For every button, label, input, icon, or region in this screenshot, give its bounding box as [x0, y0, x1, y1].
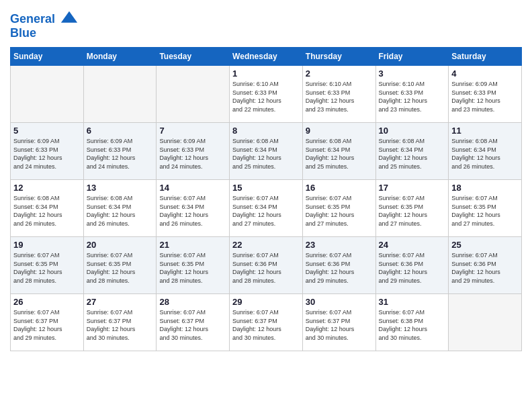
- day-info: Sunrise: 6:08 AM Sunset: 6:34 PM Dayligh…: [306, 137, 373, 171]
- day-number: 22: [232, 240, 300, 250]
- calendar-cell: 15Sunrise: 6:07 AM Sunset: 6:34 PM Dayli…: [230, 180, 303, 237]
- day-info: Sunrise: 6:10 AM Sunset: 6:33 PM Dayligh…: [232, 80, 300, 113]
- day-number: 24: [379, 240, 446, 250]
- day-number: 18: [451, 183, 519, 193]
- day-info: Sunrise: 6:09 AM Sunset: 6:33 PM Dayligh…: [87, 137, 154, 171]
- calendar-cell: 4Sunrise: 6:09 AM Sunset: 6:33 PM Daylig…: [449, 66, 522, 123]
- calendar-week-row: 26Sunrise: 6:07 AM Sunset: 6:37 PM Dayli…: [11, 294, 522, 351]
- day-info: Sunrise: 6:08 AM Sunset: 6:34 PM Dayligh…: [379, 137, 446, 171]
- day-info: Sunrise: 6:08 AM Sunset: 6:34 PM Dayligh…: [87, 194, 154, 228]
- day-number: 29: [232, 297, 300, 307]
- day-info: Sunrise: 6:07 AM Sunset: 6:34 PM Dayligh…: [159, 194, 226, 228]
- day-number: 21: [159, 240, 226, 250]
- day-info: Sunrise: 6:08 AM Sunset: 6:34 PM Dayligh…: [451, 137, 519, 171]
- calendar-cell: 27Sunrise: 6:07 AM Sunset: 6:37 PM Dayli…: [83, 294, 157, 351]
- calendar-cell: 17Sunrise: 6:07 AM Sunset: 6:35 PM Dayli…: [375, 180, 449, 237]
- day-number: 1: [232, 68, 300, 79]
- calendar-cell: 23Sunrise: 6:07 AM Sunset: 6:36 PM Dayli…: [302, 237, 375, 294]
- calendar-week-row: 1Sunrise: 6:10 AM Sunset: 6:33 PM Daylig…: [11, 66, 522, 123]
- calendar-cell: 25Sunrise: 6:07 AM Sunset: 6:36 PM Dayli…: [449, 237, 522, 294]
- weekday-header-wednesday: Wednesday: [230, 48, 303, 66]
- calendar-cell: [449, 294, 522, 351]
- day-number: 3: [379, 68, 446, 79]
- calendar-cell: 22Sunrise: 6:07 AM Sunset: 6:36 PM Dayli…: [230, 237, 303, 294]
- day-info: Sunrise: 6:07 AM Sunset: 6:37 PM Dayligh…: [306, 308, 373, 342]
- calendar-cell: 2Sunrise: 6:10 AM Sunset: 6:33 PM Daylig…: [302, 66, 375, 123]
- day-number: 19: [13, 240, 81, 250]
- calendar-cell: 11Sunrise: 6:08 AM Sunset: 6:34 PM Dayli…: [449, 123, 522, 180]
- day-number: 31: [379, 297, 446, 307]
- day-info: Sunrise: 6:07 AM Sunset: 6:37 PM Dayligh…: [13, 308, 81, 342]
- logo: General Blue: [10, 10, 79, 40]
- page-header: General Blue: [10, 10, 522, 40]
- calendar-cell: 6Sunrise: 6:09 AM Sunset: 6:33 PM Daylig…: [83, 123, 157, 180]
- day-number: 10: [379, 126, 446, 136]
- day-number: 6: [87, 126, 154, 136]
- day-info: Sunrise: 6:10 AM Sunset: 6:33 PM Dayligh…: [379, 80, 446, 113]
- calendar-cell: 9Sunrise: 6:08 AM Sunset: 6:34 PM Daylig…: [302, 123, 375, 180]
- calendar-cell: 13Sunrise: 6:08 AM Sunset: 6:34 PM Dayli…: [83, 180, 157, 237]
- day-info: Sunrise: 6:09 AM Sunset: 6:33 PM Dayligh…: [451, 80, 519, 113]
- calendar-week-row: 5Sunrise: 6:09 AM Sunset: 6:33 PM Daylig…: [11, 123, 522, 180]
- calendar-cell: 5Sunrise: 6:09 AM Sunset: 6:33 PM Daylig…: [11, 123, 84, 180]
- day-info: Sunrise: 6:09 AM Sunset: 6:33 PM Dayligh…: [159, 137, 226, 171]
- day-number: 26: [13, 297, 81, 307]
- calendar-cell: 31Sunrise: 6:07 AM Sunset: 6:38 PM Dayli…: [375, 294, 449, 351]
- day-info: Sunrise: 6:08 AM Sunset: 6:34 PM Dayligh…: [232, 137, 300, 171]
- calendar-cell: 28Sunrise: 6:07 AM Sunset: 6:37 PM Dayli…: [157, 294, 230, 351]
- day-number: 12: [13, 183, 81, 193]
- calendar-table: SundayMondayTuesdayWednesdayThursdayFrid…: [10, 47, 522, 351]
- day-info: Sunrise: 6:07 AM Sunset: 6:38 PM Dayligh…: [379, 308, 446, 342]
- day-info: Sunrise: 6:07 AM Sunset: 6:35 PM Dayligh…: [306, 194, 373, 228]
- calendar-cell: 24Sunrise: 6:07 AM Sunset: 6:36 PM Dayli…: [375, 237, 449, 294]
- calendar-cell: 26Sunrise: 6:07 AM Sunset: 6:37 PM Dayli…: [11, 294, 84, 351]
- calendar-week-row: 19Sunrise: 6:07 AM Sunset: 6:35 PM Dayli…: [11, 237, 522, 294]
- day-info: Sunrise: 6:07 AM Sunset: 6:35 PM Dayligh…: [379, 194, 446, 228]
- day-number: 20: [87, 240, 154, 250]
- calendar-cell: 8Sunrise: 6:08 AM Sunset: 6:34 PM Daylig…: [230, 123, 303, 180]
- calendar-cell: [83, 66, 157, 123]
- weekday-header-row: SundayMondayTuesdayWednesdayThursdayFrid…: [11, 48, 522, 66]
- day-number: 28: [159, 297, 226, 307]
- day-info: Sunrise: 6:07 AM Sunset: 6:36 PM Dayligh…: [379, 251, 446, 285]
- calendar-cell: 1Sunrise: 6:10 AM Sunset: 6:33 PM Daylig…: [230, 66, 303, 123]
- calendar-week-row: 12Sunrise: 6:08 AM Sunset: 6:34 PM Dayli…: [11, 180, 522, 237]
- weekday-header-monday: Monday: [83, 48, 157, 66]
- day-info: Sunrise: 6:07 AM Sunset: 6:35 PM Dayligh…: [451, 194, 519, 228]
- day-number: 17: [379, 183, 446, 193]
- day-info: Sunrise: 6:07 AM Sunset: 6:36 PM Dayligh…: [306, 251, 373, 285]
- calendar-cell: 12Sunrise: 6:08 AM Sunset: 6:34 PM Dayli…: [11, 180, 84, 237]
- day-info: Sunrise: 6:07 AM Sunset: 6:36 PM Dayligh…: [451, 251, 519, 285]
- day-number: 16: [306, 183, 373, 193]
- day-number: 11: [451, 126, 519, 136]
- day-info: Sunrise: 6:07 AM Sunset: 6:36 PM Dayligh…: [232, 251, 300, 285]
- weekday-header-saturday: Saturday: [449, 48, 522, 66]
- calendar-cell: 20Sunrise: 6:07 AM Sunset: 6:35 PM Dayli…: [83, 237, 157, 294]
- day-info: Sunrise: 6:07 AM Sunset: 6:37 PM Dayligh…: [232, 308, 300, 342]
- calendar-cell: 19Sunrise: 6:07 AM Sunset: 6:35 PM Dayli…: [11, 237, 84, 294]
- day-number: 9: [306, 126, 373, 136]
- day-number: 14: [159, 183, 226, 193]
- day-info: Sunrise: 6:10 AM Sunset: 6:33 PM Dayligh…: [306, 80, 373, 113]
- day-number: 30: [306, 297, 373, 307]
- calendar-cell: [157, 66, 230, 123]
- weekday-header-sunday: Sunday: [11, 48, 84, 66]
- day-info: Sunrise: 6:07 AM Sunset: 6:37 PM Dayligh…: [87, 308, 154, 342]
- day-number: 4: [451, 68, 519, 79]
- calendar-cell: 16Sunrise: 6:07 AM Sunset: 6:35 PM Dayli…: [302, 180, 375, 237]
- weekday-header-friday: Friday: [375, 48, 449, 66]
- day-number: 27: [87, 297, 154, 307]
- calendar-cell: 7Sunrise: 6:09 AM Sunset: 6:33 PM Daylig…: [157, 123, 230, 180]
- day-number: 13: [87, 183, 154, 193]
- weekday-header-thursday: Thursday: [302, 48, 375, 66]
- weekday-header-tuesday: Tuesday: [157, 48, 230, 66]
- day-number: 25: [451, 240, 519, 250]
- day-info: Sunrise: 6:07 AM Sunset: 6:37 PM Dayligh…: [159, 308, 226, 342]
- calendar-cell: 21Sunrise: 6:07 AM Sunset: 6:35 PM Dayli…: [157, 237, 230, 294]
- day-number: 5: [13, 126, 81, 136]
- calendar-cell: 10Sunrise: 6:08 AM Sunset: 6:34 PM Dayli…: [375, 123, 449, 180]
- calendar-cell: 30Sunrise: 6:07 AM Sunset: 6:37 PM Dayli…: [302, 294, 375, 351]
- calendar-cell: 29Sunrise: 6:07 AM Sunset: 6:37 PM Dayli…: [230, 294, 303, 351]
- day-info: Sunrise: 6:08 AM Sunset: 6:34 PM Dayligh…: [13, 194, 81, 228]
- svg-marker-0: [61, 11, 77, 23]
